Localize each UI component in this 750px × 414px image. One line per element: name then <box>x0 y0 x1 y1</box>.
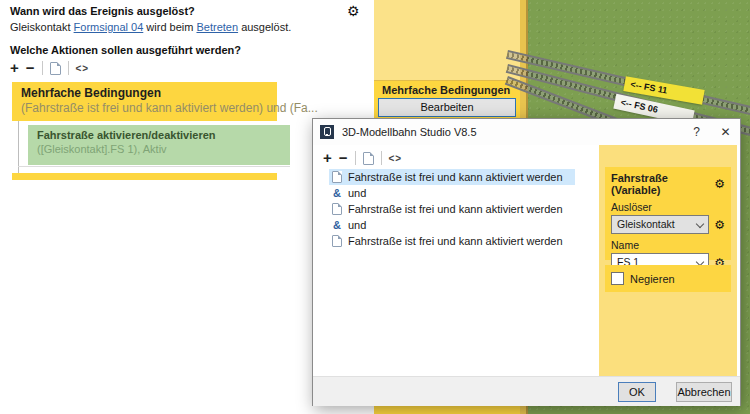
condition-list-item[interactable]: Fahrstraße ist frei und kann aktiviert w… <box>329 201 575 217</box>
remove-action-button[interactable]: − <box>26 60 35 76</box>
and-operator-icon: & <box>332 187 342 199</box>
operator-text: und <box>348 219 366 231</box>
action-block-title: Fahrstraße aktivieren/deaktivieren <box>37 129 281 141</box>
copy-icon[interactable] <box>363 152 374 165</box>
help-button[interactable]: ? <box>682 120 711 144</box>
trigger-question-heading: Wann wird das Ereignis ausgelöst? <box>10 5 195 17</box>
app-icon <box>320 125 334 139</box>
condition-icon <box>332 235 342 247</box>
trigger-dropdown[interactable]: Gleiskontakt <box>611 215 709 234</box>
row-divider <box>18 166 290 167</box>
toolbar-divider <box>381 151 382 165</box>
condition-text: Fahrstraße ist frei und kann aktiviert w… <box>348 203 563 215</box>
remove-condition-button[interactable]: − <box>339 150 348 166</box>
negate-card: Negieren <box>605 265 731 292</box>
trigger-gear-icon[interactable]: ⚙ <box>714 219 725 231</box>
condition-text: Fahrstraße ist frei und kann aktiviert w… <box>348 235 563 247</box>
operator-text: und <box>348 187 366 199</box>
actions-question-heading: Welche Aktionen sollen ausgeführt werden… <box>10 44 241 56</box>
properties-heading: Mehrfache Bedingungen <box>382 84 510 96</box>
trigger-object-link[interactable]: Formsignal 04 <box>74 21 144 33</box>
code-view-button[interactable]: <> <box>389 153 403 164</box>
trigger-event-link[interactable]: Betreten <box>196 21 238 33</box>
condition-list: Fahrstraße ist frei und kann aktiviert w… <box>329 169 575 249</box>
trigger-field-label: Auslöser <box>611 201 725 213</box>
trigger-sentence: Gleiskontakt Formsignal 04 wird beim Bet… <box>10 21 291 33</box>
action-block-detail: ([Gleiskontakt].FS 1), Aktiv <box>37 143 281 155</box>
condition-icon <box>332 171 342 183</box>
dialog-title: 3D-Modellbahn Studio V8.5 <box>342 126 682 138</box>
add-condition-button[interactable]: + <box>323 150 332 166</box>
toolbar-divider <box>68 61 69 75</box>
code-view-button[interactable]: <> <box>76 63 90 74</box>
condition-list-item[interactable]: Fahrstraße ist frei und kann aktiviert w… <box>329 233 575 249</box>
negate-label: Negieren <box>630 273 675 285</box>
dialog-titlebar[interactable]: 3D-Modellbahn Studio V8.5 ? ✕ <box>313 119 740 145</box>
condition-block-end-bar[interactable] <box>12 173 277 180</box>
toolbar-divider <box>42 61 43 75</box>
ok-button[interactable]: OK <box>618 382 656 402</box>
trigger-dropdown-value: Gleiskontakt <box>617 218 675 230</box>
edit-conditions-button[interactable]: Bearbeiten <box>378 98 516 117</box>
operator-list-item[interactable]: & und <box>329 217 575 233</box>
card-title: Fahrstraße (Variable) <box>611 172 714 196</box>
trigger-suffix: ausgelöst. <box>238 21 291 33</box>
name-field-label: Name <box>611 239 725 251</box>
condition-block-summary: (Fahrstraße ist frei und kann aktiviert … <box>21 101 268 115</box>
condition-block-title: Mehrfache Bedingungen <box>21 86 268 100</box>
dialog-footer: OK Abbrechen <box>313 376 740 406</box>
copy-icon[interactable] <box>50 62 61 75</box>
negate-checkbox[interactable] <box>611 272 624 285</box>
trigger-middle: wird beim <box>143 21 196 33</box>
toolbar-divider <box>355 151 356 165</box>
condition-properties-sidebar: Fahrstraße (Variable) ⚙ Auslöser Gleisko… <box>599 145 737 376</box>
condition-text: Fahrstraße ist frei und kann aktiviert w… <box>348 171 563 183</box>
card-settings-gear-icon[interactable]: ⚙ <box>714 178 725 190</box>
add-action-button[interactable]: + <box>10 60 19 76</box>
operator-list-item[interactable]: & und <box>329 185 575 201</box>
and-operator-icon: & <box>332 219 342 231</box>
condition-icon <box>332 203 342 215</box>
conditions-toolbar: + − <> <box>323 149 402 167</box>
chevron-down-icon <box>696 220 704 228</box>
cancel-button[interactable]: Abbrechen <box>676 382 732 402</box>
action-block[interactable]: Fahrstraße aktivieren/deaktivieren ([Gle… <box>28 125 290 165</box>
condition-list-item[interactable]: Fahrstraße ist frei und kann aktiviert w… <box>329 169 575 185</box>
app-window: Wann wird das Ereignis ausgelöst? Gleisk… <box>0 0 750 414</box>
close-icon[interactable]: ✕ <box>711 120 740 144</box>
variable-condition-card: Fahrstraße (Variable) ⚙ Auslöser Gleisko… <box>605 167 731 260</box>
condition-block[interactable]: Mehrfache Bedingungen (Fahrstraße ist fr… <box>12 82 277 121</box>
trigger-prefix: Gleiskontakt <box>10 21 74 33</box>
conditions-dialog: 3D-Modellbahn Studio V8.5 ? ✕ + − <> Fah… <box>312 118 741 406</box>
event-settings-gear-icon[interactable]: ⚙ <box>347 4 360 18</box>
actions-toolbar: + − <> <box>10 59 89 77</box>
